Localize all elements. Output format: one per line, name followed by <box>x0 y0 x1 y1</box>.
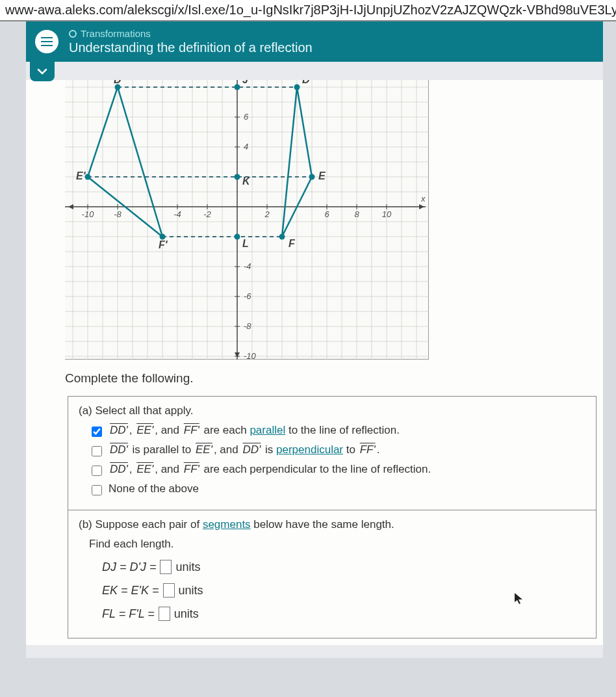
part-b: (b) Suppose each pair of segments below … <box>68 510 596 638</box>
url-bar[interactable]: www-awa.aleks.com/alekscgi/x/Isl.exe/1o_… <box>0 0 616 21</box>
svg-point-95 <box>235 234 240 240</box>
svg-text:2: 2 <box>264 209 270 219</box>
svg-text:E: E <box>318 170 326 181</box>
svg-text:J: J <box>242 80 249 85</box>
svg-text:E': E' <box>76 170 86 181</box>
part-a: (a) Select all that apply. DD', EE', and… <box>68 397 596 510</box>
part-b-label: (b) Suppose each pair of segments below … <box>79 518 585 531</box>
svg-text:6: 6 <box>244 112 249 122</box>
svg-text:F': F' <box>159 239 168 250</box>
svg-text:x: x <box>420 194 426 204</box>
eq-row-ek: EK = E'K = units <box>102 583 585 598</box>
checkbox-3[interactable] <box>92 466 102 476</box>
svg-text:-6: -6 <box>244 291 251 301</box>
link-parallel[interactable]: parallel <box>250 424 285 436</box>
menu-button[interactable] <box>35 30 58 53</box>
svg-text:-10: -10 <box>244 351 257 360</box>
checkbox-2[interactable] <box>92 446 102 456</box>
svg-text:D: D <box>302 80 310 85</box>
circle-icon <box>69 30 77 38</box>
svg-text:-2: -2 <box>203 209 211 219</box>
page-title: Understanding the definition of a reflec… <box>69 40 313 55</box>
svg-text:-8: -8 <box>244 321 251 331</box>
svg-text:-4: -4 <box>173 209 181 219</box>
svg-text:4: 4 <box>244 142 248 151</box>
input-ek[interactable] <box>163 583 175 598</box>
part-b-subprompt: Find each length. <box>89 538 585 551</box>
eq-row-fl: FL = F'L = units <box>102 607 585 621</box>
collapse-button[interactable] <box>30 62 55 81</box>
svg-text:K: K <box>242 176 251 187</box>
svg-text:-8: -8 <box>114 209 122 219</box>
header: Transformations Understanding the defini… <box>26 21 603 62</box>
page-container: Transformations Understanding the defini… <box>26 21 603 658</box>
option-3[interactable]: DD', EE', and FF' are each perpendicular… <box>92 463 585 476</box>
part-a-label: (a) Select all that apply. <box>79 404 585 417</box>
breadcrumb: Transformations <box>69 28 313 39</box>
svg-text:8: 8 <box>354 209 359 219</box>
eq-row-dj: DJ = D'J = units <box>102 560 585 574</box>
link-perpendicular[interactable]: perpendicular <box>276 443 343 456</box>
input-fl[interactable] <box>159 607 170 621</box>
svg-text:-10: -10 <box>82 209 95 219</box>
svg-point-93 <box>235 174 240 180</box>
svg-text:D': D' <box>114 80 125 85</box>
option-1[interactable]: DD', EE', and FF' are each parallel to t… <box>92 424 585 437</box>
svg-text:6: 6 <box>324 209 329 219</box>
option-2[interactable]: DD' is parallel to EE', and DD' is perpe… <box>92 443 585 456</box>
breadcrumb-text: Transformations <box>81 28 151 39</box>
option-4[interactable]: None of the above <box>92 482 585 495</box>
prompt-text: Complete the following. <box>65 371 597 386</box>
link-segments[interactable]: segments <box>203 518 251 531</box>
svg-point-81 <box>294 85 300 90</box>
cursor-icon <box>514 592 524 605</box>
checkbox-1[interactable] <box>92 427 102 437</box>
input-dj[interactable] <box>160 560 172 574</box>
svg-point-91 <box>235 85 240 90</box>
content-area: -10-8-4-22681064-4-6-8-10xD'DE'EF'FJKL C… <box>26 80 603 645</box>
svg-point-85 <box>309 174 315 180</box>
svg-point-83 <box>85 174 91 180</box>
svg-text:F: F <box>289 238 296 249</box>
svg-point-89 <box>279 234 285 240</box>
coordinate-graph[interactable]: -10-8-4-22681064-4-6-8-10xD'DE'EF'FJKL <box>65 80 429 360</box>
checkbox-4[interactable] <box>92 485 102 495</box>
svg-text:-4: -4 <box>244 261 251 271</box>
svg-text:L: L <box>242 238 249 249</box>
answer-box: (a) Select all that apply. DD', EE', and… <box>68 396 597 638</box>
svg-text:10: 10 <box>382 209 392 219</box>
